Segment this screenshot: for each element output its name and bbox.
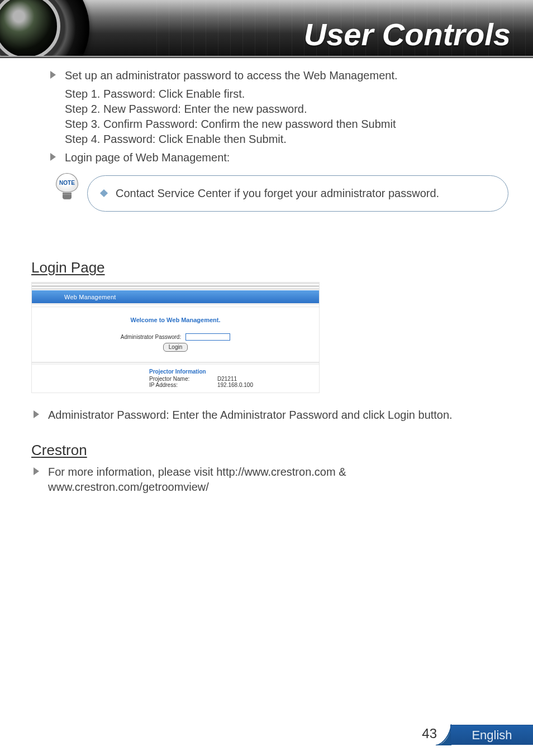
wm-password-row: Administrator Password: <box>32 333 319 341</box>
footer-language-tab: English <box>450 725 533 745</box>
wm-decoration-gap <box>32 303 319 309</box>
login-page-heading: Login Page <box>31 259 508 276</box>
note-bulb-icon: NOTE <box>55 173 79 204</box>
crestron-info: For more information, please visit http:… <box>31 465 508 495</box>
page-banner: User Controls <box>0 0 533 56</box>
login-instruction-text: Administrator Password: Enter the Admini… <box>48 409 453 421</box>
web-management-screenshot: Web Management Welcome to Web Management… <box>31 282 320 393</box>
note-text: Contact Service Center if you forget you… <box>116 187 439 199</box>
setup-intro-text: Set up an administrator password to acce… <box>65 69 398 82</box>
wm-password-label: Administrator Password: <box>121 334 181 340</box>
triangle-bullet-icon <box>50 71 56 79</box>
projector-info: Projector Information Projector Name: D2… <box>32 365 319 393</box>
main-content: Set up an administrator password to acce… <box>0 58 533 245</box>
ip-address-label: IP Address: <box>149 382 197 388</box>
projector-name-row: Projector Name: D21211 <box>149 376 319 382</box>
footer-arc-decoration <box>434 724 451 745</box>
bulb-base-icon <box>63 192 72 199</box>
wm-welcome-text: Welcome to Web Management. <box>32 317 319 323</box>
triangle-bullet-icon <box>34 410 39 418</box>
login-instruction: Administrator Password: Enter the Admini… <box>31 408 508 423</box>
step-2: Step 2. New Password: Enter the new pass… <box>48 102 508 117</box>
projector-name-value: D21211 <box>217 376 237 382</box>
ip-address-value: 192.168.0.100 <box>217 382 253 388</box>
login-intro: Login page of Web Management: <box>48 150 508 165</box>
step-4: Step 4. Password: Click Enable then Subm… <box>48 132 508 147</box>
diamond-bullet-icon <box>100 189 108 197</box>
lens-graphic <box>0 0 89 56</box>
wm-body: Welcome to Web Management. Administrator… <box>32 309 319 356</box>
page-title: User Controls <box>304 16 511 52</box>
note-icon-label: NOTE <box>56 173 78 192</box>
page-footer: 43 English <box>0 722 533 745</box>
admin-password-input[interactable] <box>185 333 230 341</box>
ip-address-row: IP Address: 192.168.0.100 <box>149 382 319 388</box>
crestron-text: For more information, please visit http:… <box>48 466 346 493</box>
triangle-bullet-icon <box>50 153 56 161</box>
setup-intro: Set up an administrator password to acce… <box>48 68 508 83</box>
wm-decoration-top <box>32 283 319 290</box>
step-1: Step 1. Password: Click Enable first. <box>48 87 508 102</box>
projector-name-label: Projector Name: <box>149 376 197 382</box>
wm-tab: Web Management <box>32 290 319 303</box>
step-3: Step 3. Confirm Password: Confirm the ne… <box>48 117 508 132</box>
crestron-heading: Crestron <box>31 442 508 459</box>
note-callout: NOTE Contact Service Center if you forge… <box>48 175 508 217</box>
projector-info-title: Projector Information <box>149 369 319 375</box>
login-button[interactable]: Login <box>163 343 188 352</box>
note-bubble: Contact Service Center if you forget you… <box>87 175 508 212</box>
triangle-bullet-icon <box>34 467 39 475</box>
login-intro-text: Login page of Web Management: <box>65 151 230 164</box>
login-page-section: Login Page Web Management Welcome to Web… <box>0 259 533 495</box>
